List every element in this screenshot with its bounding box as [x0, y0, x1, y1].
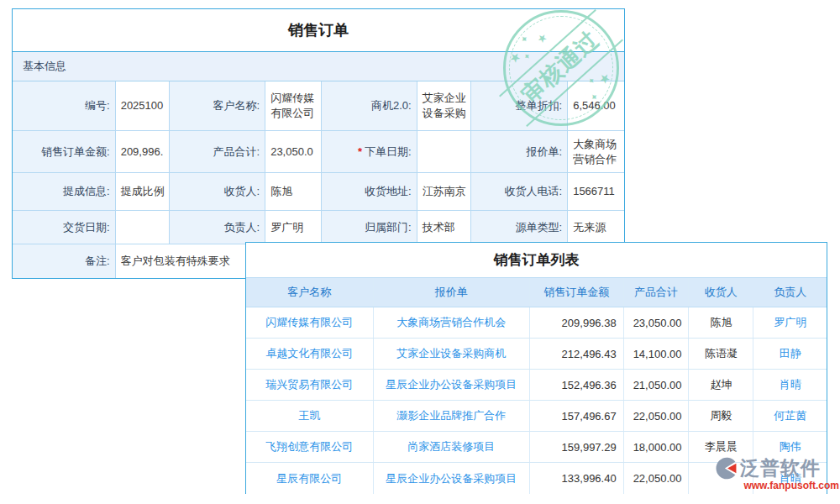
field-label-quotation: 报价单:	[471, 131, 568, 173]
field-value-order-amount: 209,996.	[116, 131, 171, 173]
cell-quotation-link[interactable]: 星辰企业办公设备采购项目	[373, 370, 529, 400]
field-label-product-total: 产品合计:	[170, 131, 265, 173]
cell-customer-link[interactable]: 王凯	[246, 401, 373, 431]
field-value-commission: 提成比例	[116, 173, 171, 211]
table-row: 瑞兴贸易有限公司 星辰企业办公设备采购项目 152,496.36 21,050.…	[246, 370, 827, 401]
cell-amount: 152,496.36	[529, 370, 623, 400]
cell-quotation-link[interactable]: 灏影企业品牌推广合作	[373, 401, 529, 431]
vendor-brand-name: 泛普软件	[740, 455, 821, 481]
cell-total: 14,100.00	[623, 339, 689, 369]
field-value-owner: 罗广明	[265, 211, 322, 244]
cell-total: 22,050.00	[623, 463, 689, 494]
field-value-opportunity: 艾家企业设备采购	[417, 81, 472, 131]
field-value-product-total: 23,050.0	[265, 131, 322, 173]
field-value-order-date[interactable]	[417, 131, 472, 173]
field-label-commission: 提成信息:	[13, 173, 116, 211]
cell-amount: 133,996.40	[529, 463, 623, 494]
field-value-order-no: 2025100	[116, 81, 171, 131]
form-row-4: 交货日期: 负责人: 罗广明 归属部门: 技术部 源单类型: 无来源	[13, 211, 624, 244]
field-label-department: 归属部门:	[322, 211, 417, 244]
form-title: 销售订单	[13, 9, 624, 52]
cell-quotation-link[interactable]: 大象商场营销合作机会	[373, 307, 529, 338]
field-label-opportunity: 商机2.0:	[322, 81, 417, 131]
cell-amount: 209,996.38	[529, 307, 623, 338]
cell-receiver: 周毅	[688, 401, 753, 431]
cell-customer-link[interactable]: 卓越文化有限公司	[246, 339, 373, 369]
required-asterisk: *	[358, 144, 362, 160]
form-row-3: 提成信息: 提成比例 收货人: 陈旭 收货地址: 江苏南京 收货人电话: 156…	[13, 173, 624, 211]
field-label-source-type: 源单类型:	[471, 211, 568, 244]
page: 销售订单 基本信息 编号: 2025100 客户名称: 闪耀传媒有限公司 商机2…	[0, 0, 840, 504]
cell-customer-link[interactable]: 飞翔创意有限公司	[246, 432, 373, 462]
col-header-customer: 客户名称	[246, 278, 373, 307]
field-value-receiver: 陈旭	[265, 173, 322, 211]
table-row: 卓越文化有限公司 艾家企业设备采购商机 212,496.43 14,100.00…	[246, 339, 827, 370]
col-header-total: 产品合计	[623, 278, 689, 307]
field-label-customer: 客户名称:	[170, 81, 265, 131]
field-value-phone: 1566711	[568, 173, 624, 211]
cell-amount: 157,496.67	[529, 401, 623, 431]
field-label-order-date: *下单日期:	[322, 131, 417, 173]
table-row: 王凯 灏影企业品牌推广合作 157,496.67 22,050.00 周毅 何芷…	[246, 401, 827, 432]
field-value-source-type: 无来源	[568, 211, 624, 244]
vendor-watermark: 泛普软件 www.fanpusoft.com	[715, 455, 839, 491]
sales-order-form: 销售订单 基本信息 编号: 2025100 客户名称: 闪耀传媒有限公司 商机2…	[12, 8, 625, 279]
col-header-quotation: 报价单	[373, 278, 529, 307]
table-title: 销售订单列表	[246, 243, 827, 277]
cell-quotation-link[interactable]: 尚家酒店装修项目	[373, 432, 529, 462]
cell-owner-link[interactable]: 田静	[753, 339, 827, 369]
table-row: 闪耀传媒有限公司 大象商场营销合作机会 209,996.38 23,050.00…	[246, 307, 827, 339]
col-header-owner: 负责人	[753, 278, 827, 307]
cell-customer-link[interactable]: 瑞兴贸易有限公司	[246, 370, 373, 400]
field-value-delivery-date[interactable]	[116, 211, 171, 244]
cell-amount: 159,997.29	[529, 432, 623, 462]
field-value-department: 技术部	[417, 211, 472, 244]
cell-total: 21,050.00	[623, 370, 689, 400]
form-row-2: 销售订单金额: 209,996. 产品合计: 23,050.0 *下单日期: 报…	[13, 131, 624, 173]
cell-quotation-link[interactable]: 艾家企业设备采购商机	[373, 339, 529, 369]
field-value-address: 江苏南京	[417, 173, 472, 211]
field-label-address: 收货地址:	[322, 173, 417, 211]
field-label-receiver: 收货人:	[170, 173, 265, 211]
cell-amount: 212,496.43	[529, 339, 623, 369]
table-header-row: 客户名称 报价单 销售订单金额 产品合计 收货人 负责人	[246, 277, 827, 307]
cell-owner-link[interactable]: 何芷茵	[753, 401, 827, 431]
cell-customer-link[interactable]: 星辰有限公司	[246, 463, 373, 494]
section-header-basic-info[interactable]: 基本信息	[13, 52, 624, 81]
vendor-url: www.fanpusoft.com	[715, 480, 839, 491]
cell-owner-link[interactable]: 肖晴	[753, 370, 827, 400]
field-value-quotation: 大象商场营销合作	[568, 131, 624, 173]
vendor-logo-icon	[715, 457, 738, 480]
field-value-discount: 6,546.00	[568, 81, 624, 131]
field-label-order-no: 编号:	[13, 81, 116, 131]
cell-total: 18,000.00	[623, 432, 689, 462]
cell-total: 22,050.00	[623, 401, 689, 431]
field-label-delivery-date: 交货日期:	[13, 211, 116, 244]
cell-receiver: 赵坤	[688, 370, 753, 400]
field-label-discount: 整单折扣:	[471, 81, 568, 131]
cell-receiver: 陈旭	[688, 307, 753, 338]
field-label-order-amount: 销售订单金额:	[13, 131, 116, 173]
cell-quotation-link[interactable]: 星辰企业办公设备采购项目	[373, 463, 529, 494]
field-label-owner: 负责人:	[170, 211, 265, 244]
field-label-phone: 收货人电话:	[471, 173, 568, 211]
field-value-customer: 闪耀传媒有限公司	[265, 81, 322, 131]
col-header-amount: 销售订单金额	[529, 278, 623, 307]
field-label-remark: 备注:	[13, 244, 116, 278]
col-header-receiver: 收货人	[688, 278, 753, 307]
cell-receiver: 陈语凝	[688, 339, 753, 369]
cell-owner-link[interactable]: 罗广明	[753, 307, 827, 338]
form-row-1: 编号: 2025100 客户名称: 闪耀传媒有限公司 商机2.0: 艾家企业设备…	[13, 81, 624, 131]
cell-customer-link[interactable]: 闪耀传媒有限公司	[246, 307, 373, 338]
cell-total: 23,050.00	[623, 307, 689, 338]
section-label: 基本信息	[23, 59, 66, 74]
